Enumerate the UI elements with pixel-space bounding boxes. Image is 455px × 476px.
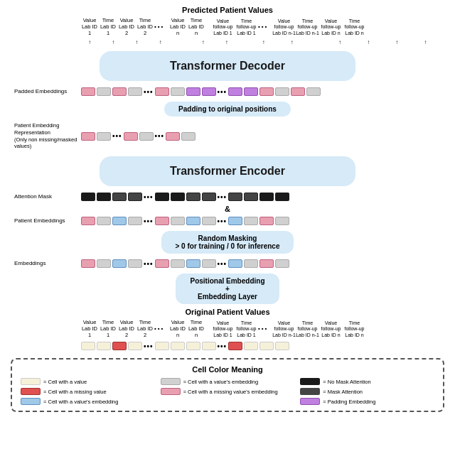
bottom-col-headers: ValueLab ID 1 TimeLab ID 1 ValueLab ID 2…	[18, 319, 437, 338]
embeddings-cells: ••• •••	[81, 259, 441, 268]
original-title: Original Patient Values	[185, 308, 269, 316]
legend-label-no-mask: = No Mask Attention	[323, 379, 370, 385]
dots-em-1: •••	[144, 260, 154, 268]
col-h-8: Timefollow-upLab ID 1	[235, 18, 258, 36]
cell-pe-7	[186, 87, 200, 96]
col-h-2: TimeLab ID 1	[99, 17, 117, 36]
patient-embeddings-label: Patient Embeddings	[14, 217, 78, 225]
cell-pe-6	[171, 87, 185, 96]
cell-am-5	[155, 193, 169, 201]
bot-col-dots-2: •••	[258, 325, 272, 332]
cell-pem-12	[275, 217, 289, 225]
bot-col-h-1: ValueLab ID 1	[80, 319, 99, 338]
legend-label-padding: = Padding Embedding	[323, 399, 375, 405]
attention-mask-row: Attention Mask ••• •••	[14, 193, 441, 201]
attention-mask-cells: ••• •••	[81, 193, 441, 201]
dots-pem-2: •••	[218, 217, 228, 225]
cell-ov-4	[128, 342, 142, 350]
col-h-1: ValueLab ID 1	[80, 17, 99, 36]
cell-em-2	[97, 259, 111, 268]
cell-em-6	[171, 259, 185, 268]
cell-pem-2	[97, 217, 111, 225]
legend-title: Cell Color Meaning	[21, 365, 434, 374]
col-h-5: ValueLab ID n	[168, 17, 187, 36]
cell-pr-2	[97, 132, 111, 141]
dots-em-2: •••	[218, 260, 228, 268]
dots-pe-1: •••	[144, 88, 154, 96]
legend-cell-value	[21, 378, 41, 385]
original-values-row: ••• •••	[14, 342, 441, 350]
embeddings-row: Embeddings ••• •••	[14, 259, 441, 268]
arrows-predicted: ↑ ↑ ↑ ↑ ↑ ↑ ↑ ↑ ↑ ↑ ↑ ↑	[18, 39, 437, 45]
bot-col-h-12: Timefollow-upLab ID n	[343, 320, 366, 338]
padded-embeddings-label: Padded Embeddings	[14, 88, 78, 95]
legend-mask-attn: = Mask Attention	[300, 388, 434, 395]
padding-box: Padding to original positions	[164, 102, 291, 117]
legend-label-embed-gray: = Cell with a value's embedding	[183, 379, 258, 385]
legend-missing: = Cell with a missing value	[21, 388, 155, 395]
cell-em-10	[244, 259, 258, 268]
cell-pem-5	[155, 217, 169, 225]
cell-em-12	[275, 259, 289, 268]
legend-cell-embed-blue	[21, 398, 41, 405]
cell-ov-11	[259, 342, 274, 350]
cell-em-1	[81, 259, 95, 268]
dots-ov-2: •••	[218, 342, 228, 350]
positional-box: Positional Embedding + Embedding Layer	[176, 274, 279, 304]
cell-ov-3	[112, 342, 127, 350]
cell-pr-5	[166, 132, 180, 141]
cell-pr-3	[124, 132, 138, 141]
bot-col-h-5: ValueLab ID n	[168, 319, 187, 338]
cell-ov-5	[155, 342, 169, 350]
cell-am-10	[244, 193, 258, 201]
legend-box: Cell Color Meaning = Cell with a value =…	[11, 358, 444, 412]
predicted-title: Predicted Patient Values	[182, 6, 273, 14]
col-dots-1: •••	[154, 23, 168, 30]
cell-pe-11	[259, 87, 274, 96]
cell-am-12	[275, 193, 289, 201]
cell-pem-7	[186, 217, 200, 225]
patient-embed-row: Patient Embedding Representation(Only no…	[14, 122, 441, 150]
legend-label-missing: = Cell with a missing value	[43, 389, 107, 395]
cell-ov-9	[228, 342, 242, 350]
padded-embeddings-cells: ••• •••	[81, 87, 441, 96]
legend-value: = Cell with a value	[21, 378, 155, 385]
cell-pe-5	[155, 87, 169, 96]
cell-pe-4	[128, 87, 142, 96]
legend-embed-blue-row: = Cell with a value's embedding	[21, 398, 294, 405]
legend-embed-gray: = Cell with a value's embedding	[161, 378, 295, 385]
transformer-decoder-box: Transformer Decoder	[100, 51, 355, 81]
patient-embed-cells: ••• •••	[81, 132, 441, 141]
legend-no-mask: = No Mask Attention	[300, 378, 434, 385]
cell-em-3	[112, 259, 127, 268]
cell-am-7	[186, 193, 200, 201]
top-col-headers: ValueLab ID 1 TimeLab ID 1 ValueLab ID 2…	[18, 17, 437, 36]
legend-cell-missing	[21, 388, 41, 395]
dots-pr-2: •••	[155, 132, 165, 140]
dots-ov-1: •••	[144, 342, 154, 350]
cell-pe-12	[275, 87, 289, 96]
cell-ov-1	[81, 342, 95, 350]
cell-em-5	[155, 259, 169, 268]
cell-pem-1	[81, 217, 95, 225]
cell-pe-13	[291, 87, 305, 96]
cell-am-11	[259, 193, 274, 201]
dots-pem-1: •••	[144, 217, 154, 225]
original-values-cells: ••• •••	[81, 342, 441, 350]
col-h-3: ValueLab ID 2	[117, 17, 136, 36]
legend-label-mask-attn: = Mask Attention	[323, 389, 363, 395]
cell-ov-10	[244, 342, 258, 350]
cell-em-8	[202, 259, 216, 268]
cell-pe-9	[228, 87, 242, 96]
dots-pr-1: •••	[112, 132, 122, 140]
cell-pem-9	[228, 217, 242, 225]
cell-am-1	[81, 193, 95, 201]
cell-ov-2	[97, 342, 111, 350]
cell-ov-6	[171, 342, 185, 350]
legend-label-embed-blue: = Cell with a value's embedding	[43, 399, 118, 405]
bot-col-h-9: Valuefollow-upLab ID n-1	[272, 320, 296, 338]
cell-ov-8	[202, 342, 216, 350]
legend-cell-embed-pink	[161, 388, 181, 395]
embeddings-label: Embeddings	[14, 260, 78, 267]
cell-pe-10	[244, 87, 258, 96]
